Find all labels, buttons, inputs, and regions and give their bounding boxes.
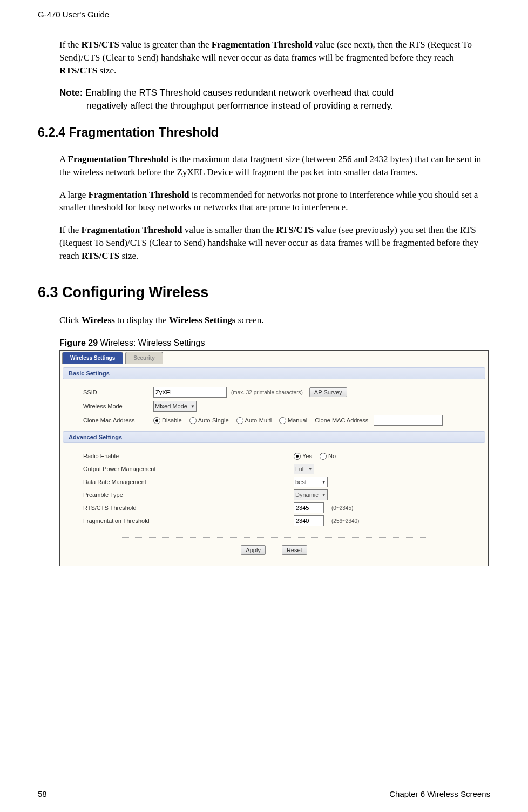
- radio-enable-label: Radio Enable: [83, 453, 294, 459]
- output-power-label: Output Power Management: [83, 466, 294, 472]
- frag-threshold-label: Fragmentation Threshold: [83, 518, 294, 524]
- row-clone-mac: Clone Mac Address Disable Auto-Single: [83, 414, 476, 427]
- clone-mac-address-label: Clone MAC Address: [315, 417, 368, 424]
- frag-threshold-input[interactable]: [294, 515, 324, 526]
- figure-caption: Figure 29 Wireless: Wireless Settings: [59, 338, 490, 348]
- radio-disable[interactable]: Disable: [153, 417, 182, 424]
- chevron-down-icon: ▼: [308, 467, 313, 472]
- clone-mac-label: Clone Mac Address: [83, 417, 153, 424]
- row-ssid: SSID (max. 32 printable characters) AP S…: [83, 386, 476, 399]
- screenshot-wireless-settings: Wireless Settings Security Basic Setting…: [59, 350, 489, 566]
- clone-mac-input[interactable]: [374, 415, 443, 426]
- paragraph-frag-smaller: If the Fragmentation Threshold value is …: [59, 224, 490, 262]
- row-preamble: Preamble Type Dynamic ▼: [83, 488, 476, 501]
- wireless-mode-label: Wireless Mode: [83, 403, 153, 410]
- paragraph-frag-def: A Fragmentation Threshold is the maximum…: [59, 153, 490, 179]
- row-data-rate: Data Rate Management best ▼: [83, 475, 476, 488]
- chevron-down-icon: ▼: [322, 493, 326, 498]
- page-header: G-470 User's Guide: [38, 10, 490, 22]
- page-number: 58: [38, 789, 47, 798]
- wireless-mode-select[interactable]: Mixed Mode ▼: [153, 401, 197, 412]
- panel: Basic Settings SSID (max. 32 printable c…: [60, 364, 488, 566]
- content-area: If the RTS/CTS value is greater than the…: [38, 38, 490, 775]
- chevron-down-icon: ▼: [322, 480, 326, 485]
- note-line2: negatively affect the throughput perform…: [59, 99, 490, 112]
- section-advanced-settings: Advanced Settings: [63, 431, 485, 443]
- frag-threshold-hint: (256~2340): [331, 518, 359, 524]
- heading-6-2-4: 6.2.4 Fragmentation Threshold: [38, 125, 490, 140]
- output-power-select[interactable]: Full ▼: [294, 464, 314, 474]
- tab-security[interactable]: Security: [125, 352, 163, 364]
- chevron-down-icon: ▼: [191, 404, 195, 409]
- rts-threshold-label: RTS/CTS Threshold: [83, 505, 294, 511]
- page-footer: 58 Chapter 6 Wireless Screens: [38, 786, 490, 798]
- ap-survey-button[interactable]: AP Survey: [309, 387, 347, 397]
- tab-wireless-settings[interactable]: Wireless Settings: [62, 352, 123, 364]
- separator: [122, 537, 426, 538]
- preamble-select[interactable]: Dynamic ▼: [294, 489, 328, 500]
- paragraph-click-wireless: Click Wireless to display the Wireless S…: [59, 314, 490, 327]
- basic-settings-content: SSID (max. 32 printable characters) AP S…: [63, 384, 485, 431]
- figure-label: Figure 29: [59, 338, 100, 347]
- chapter-label: Chapter 6 Wireless Screens: [389, 789, 490, 798]
- advanced-settings-content: Radio Enable Yes No: [63, 447, 485, 531]
- figure-title: Wireless: Wireless Settings: [100, 338, 205, 347]
- ssid-input[interactable]: [153, 387, 227, 398]
- radio-auto-single[interactable]: Auto-Single: [189, 417, 229, 424]
- button-row: Apply Reset: [63, 543, 485, 559]
- radio-auto-multi[interactable]: Auto-Multi: [236, 417, 272, 424]
- clone-mac-radios: Disable Auto-Single Auto-Multi: [153, 415, 443, 426]
- row-rts-threshold: RTS/CTS Threshold (0~2345): [83, 501, 476, 514]
- ssid-hint: (max. 32 printable characters): [231, 390, 303, 395]
- radio-no[interactable]: No: [320, 453, 336, 460]
- guide-title: G-470 User's Guide: [38, 10, 109, 19]
- data-rate-select[interactable]: best ▼: [294, 477, 328, 487]
- note-label: Note:: [59, 88, 83, 98]
- row-wireless-mode: Wireless Mode Mixed Mode ▼: [83, 400, 476, 413]
- data-rate-label: Data Rate Management: [83, 479, 294, 485]
- note-block: Note: Enabling the RTS Threshold causes …: [59, 86, 490, 112]
- row-radio-enable: Radio Enable Yes No: [83, 449, 476, 462]
- note-line1: Enabling the RTS Threshold causes redund…: [83, 88, 394, 98]
- row-frag-threshold: Fragmentation Threshold (256~2340): [83, 514, 476, 527]
- paragraph-frag-large: A large Fragmentation Threshold is recom…: [59, 189, 490, 214]
- ssid-label: SSID: [83, 389, 153, 395]
- tabs-row: Wireless Settings Security: [60, 351, 488, 364]
- radio-manual[interactable]: Manual: [279, 417, 307, 424]
- row-output-power: Output Power Management Full ▼: [83, 462, 476, 475]
- preamble-label: Preamble Type: [83, 492, 294, 498]
- rts-threshold-hint: (0~2345): [331, 505, 353, 511]
- rts-threshold-input[interactable]: [294, 502, 324, 513]
- section-basic-settings: Basic Settings: [63, 367, 485, 379]
- heading-6-3: 6.3 Configuring Wireless: [38, 284, 490, 301]
- paragraph-rtscts: If the RTS/CTS value is greater than the…: [59, 38, 490, 77]
- apply-button[interactable]: Apply: [241, 545, 266, 555]
- reset-button[interactable]: Reset: [282, 545, 307, 555]
- radio-yes[interactable]: Yes: [294, 453, 312, 460]
